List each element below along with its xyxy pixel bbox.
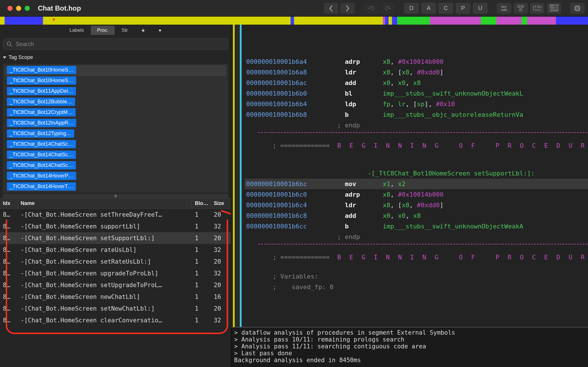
table-row[interactable]: 8…-[Chat_Bot.HomeScreen setRateUsLbl:]12… bbox=[0, 256, 231, 267]
nav-segment[interactable] bbox=[397, 17, 430, 25]
window-minimize[interactable] bbox=[16, 6, 21, 11]
nav-segment[interactable] bbox=[527, 17, 556, 25]
tag-item[interactable]: _TtC8Chat_Bot12Typing… bbox=[5, 129, 226, 140]
tag-item[interactable]: _TtC8Chat_Bot14ChatSc… bbox=[5, 150, 226, 161]
cpu-icon[interactable] bbox=[570, 3, 585, 14]
table-row[interactable]: 8…-[Chat_Bot.HomeScreen setNewChatLbl:]1… bbox=[0, 303, 231, 314]
nav-segment[interactable] bbox=[430, 17, 481, 25]
undo-button[interactable] bbox=[364, 3, 378, 14]
disasm-line[interactable]: 000000010001b6a8 ldr x8, [x8, #0xdd0] bbox=[244, 67, 588, 78]
disasm-line[interactable]: 000000010001b6b0 bl imp___stubs__swift_u… bbox=[244, 88, 588, 99]
nav-segment[interactable] bbox=[385, 17, 389, 25]
tag-item[interactable]: _TtC8Chat_Bot14ChatSc… bbox=[5, 161, 226, 171]
table-row[interactable]: 8…-[Chat_Bot.HomeScreen clearConversatio… bbox=[0, 314, 231, 326]
svg-rect-3 bbox=[575, 6, 579, 10]
search-input[interactable]: Search bbox=[3, 38, 228, 50]
nav-segment[interactable] bbox=[383, 17, 385, 25]
tag-item[interactable]: _TtC8Chat_Bot14HoverT… bbox=[5, 182, 226, 193]
svg-rect-4 bbox=[577, 7, 578, 9]
asm-view-button[interactable]: mov add bbox=[497, 3, 511, 14]
nav-segment[interactable] bbox=[43, 17, 291, 25]
disasm-line[interactable]: 000000010001b6a4 adrp x8, #0x10014b000 bbox=[244, 56, 588, 67]
col-idx[interactable]: Idx bbox=[0, 198, 18, 208]
tab-star[interactable]: ★ bbox=[135, 26, 152, 35]
svg-point-5 bbox=[7, 42, 11, 45]
disasm-line[interactable]: 000000010001b6b8 b imp___stubs__objc_aut… bbox=[244, 109, 588, 120]
cell-name: -[Chat_Bot.HomeScreen newChatLbl] bbox=[18, 293, 192, 300]
mode-data-button[interactable]: D bbox=[404, 3, 419, 14]
nav-segment[interactable] bbox=[294, 17, 383, 25]
mode-code-button[interactable]: C bbox=[438, 3, 453, 14]
mode-proc-button[interactable]: P bbox=[456, 3, 471, 14]
nav-segment[interactable] bbox=[392, 17, 397, 25]
begin-proc-line: ; ============= B E G I N N I N G O F P … bbox=[244, 252, 588, 263]
tab-proc[interactable]: Proc. bbox=[91, 26, 115, 35]
tag-item[interactable]: _TtC8Chat_Bot14HoverP… bbox=[5, 171, 226, 182]
table-row[interactable]: 8…-[Chat_Bot.HomeScreen rateUsLbl]132 bbox=[0, 244, 231, 256]
disasm-line[interactable]: 000000010001b6ac add x0, x0, x8 bbox=[244, 78, 588, 88]
tag-list-scrollbar[interactable] bbox=[3, 194, 228, 198]
disasm-line[interactable]: 000000010001b6b4 ldp fp, lr, [sp], #0x10 bbox=[244, 99, 588, 109]
cell-size: 32 bbox=[211, 246, 231, 253]
disasm-line[interactable]: 000000010001b6bc mov x1, x2 bbox=[244, 179, 588, 189]
redo-button[interactable] bbox=[381, 3, 395, 14]
mode-undef-button[interactable]: U bbox=[473, 3, 488, 14]
mode-ascii-button[interactable]: A bbox=[421, 3, 436, 14]
svg-rect-1 bbox=[521, 5, 524, 7]
nav-segment[interactable] bbox=[389, 17, 392, 25]
nav-back-button[interactable] bbox=[324, 3, 338, 14]
tag-item[interactable]: _TtC8Chat_Bot12InAppR… bbox=[5, 119, 226, 129]
nav-segment[interactable] bbox=[481, 17, 496, 25]
nav-segment[interactable] bbox=[522, 17, 527, 25]
disasm-line[interactable]: 000000010001b6c4 ldr x8, [x8, #0xdd0] bbox=[244, 200, 588, 210]
tag-item[interactable]: _TtC8Chat_Bot12Bubble… bbox=[5, 97, 226, 108]
nav-cursor-icon: ▼ bbox=[52, 17, 56, 22]
table-row[interactable]: 8…-[Chat_Bot.HomeScreen setUpgradeToProL… bbox=[0, 279, 231, 291]
sidebar-tabs: Labels Proc. Str ★ ● bbox=[0, 25, 231, 36]
tag-pill: _TtC8Chat_Bot14ChatSc… bbox=[7, 140, 76, 148]
table-row[interactable]: 8…-[Chat_Bot.HomeScreen newChatLbl]116 bbox=[0, 291, 231, 303]
col-size[interactable]: Size bbox=[211, 198, 231, 208]
pseudo-view-button[interactable]: if(b) f(x); bbox=[530, 3, 544, 14]
table-row[interactable]: 8…-[Chat_Bot.HomeScreen upgradeToProLbl]… bbox=[0, 267, 231, 279]
tag-pill: _TtC8Chat_Bot10HomeS… bbox=[7, 76, 76, 85]
disasm-line[interactable]: 000000010001b6cc b imp___stubs__swift_un… bbox=[244, 221, 588, 232]
disasm-line[interactable]: 000000010001b6c8 add x0, x0, x8 bbox=[244, 210, 588, 221]
proc-label-line: -[_TtC8Chat_Bot10HomeScreen setSupportLb… bbox=[244, 168, 588, 179]
cell-blo: 1 bbox=[192, 282, 211, 289]
cell-idx: 8… bbox=[0, 282, 18, 289]
table-row[interactable]: 8…-[Chat_Bot.HomeScreen setSupportLbl:]1… bbox=[0, 232, 231, 244]
tab-rec[interactable]: ● bbox=[152, 26, 168, 35]
chevron-down-icon bbox=[3, 56, 6, 59]
tag-item[interactable]: _TtC8Chat_Bot11AppDel… bbox=[5, 87, 226, 97]
cell-idx: 8… bbox=[0, 211, 18, 218]
svg-rect-0 bbox=[518, 5, 520, 7]
tag-pill: _TtC8Chat_Bot12CryptM… bbox=[7, 108, 76, 117]
nav-segment[interactable] bbox=[496, 17, 522, 25]
window-close[interactable] bbox=[7, 6, 13, 11]
disassembly-view[interactable]: 000000010001b6a4 adrp x8, #0x10014b00000… bbox=[231, 25, 588, 327]
col-name[interactable]: Name bbox=[18, 198, 192, 208]
tag-item[interactable]: _TtC8Chat_Bot10HomeS… bbox=[5, 76, 226, 87]
cell-idx: 8… bbox=[0, 293, 18, 300]
tag-scope-header[interactable]: Tag Scope bbox=[0, 52, 231, 63]
tab-labels[interactable]: Labels bbox=[63, 26, 90, 35]
tag-item[interactable]: _TtC8Chat_Bot10HomeS… bbox=[5, 66, 226, 76]
table-row[interactable]: 8…-[Chat_Bot.HomeScreen setThreeDayFreeT… bbox=[0, 209, 231, 220]
col-blo[interactable]: Blo… bbox=[192, 198, 211, 208]
cfg-view-button[interactable] bbox=[513, 3, 528, 14]
tag-item[interactable]: _TtC8Chat_Bot12CryptM… bbox=[5, 108, 226, 119]
nav-segment[interactable] bbox=[291, 17, 294, 25]
nav-segment[interactable] bbox=[5, 17, 43, 25]
nav-forward-button[interactable] bbox=[340, 3, 355, 14]
hex-view-button[interactable]: 486F70 706572 204469 bbox=[547, 3, 561, 14]
tab-str[interactable]: Str bbox=[115, 26, 134, 35]
window-zoom[interactable] bbox=[25, 6, 30, 11]
tag-item[interactable]: _TtC8Chat_Bot14ChatSc… bbox=[5, 140, 226, 150]
disasm-line[interactable]: 000000010001b6c0 adrp x8, #0x10014b000 bbox=[244, 189, 588, 200]
nav-segment[interactable] bbox=[0, 17, 5, 25]
cell-name: -[Chat_Bot.HomeScreen setUpgradeToProL… bbox=[18, 282, 192, 289]
navigation-strip[interactable]: ▼ bbox=[0, 17, 588, 25]
nav-segment[interactable] bbox=[556, 17, 588, 25]
table-row[interactable]: 8…-[Chat_Bot.HomeScreen supportLbl]132 bbox=[0, 220, 231, 232]
